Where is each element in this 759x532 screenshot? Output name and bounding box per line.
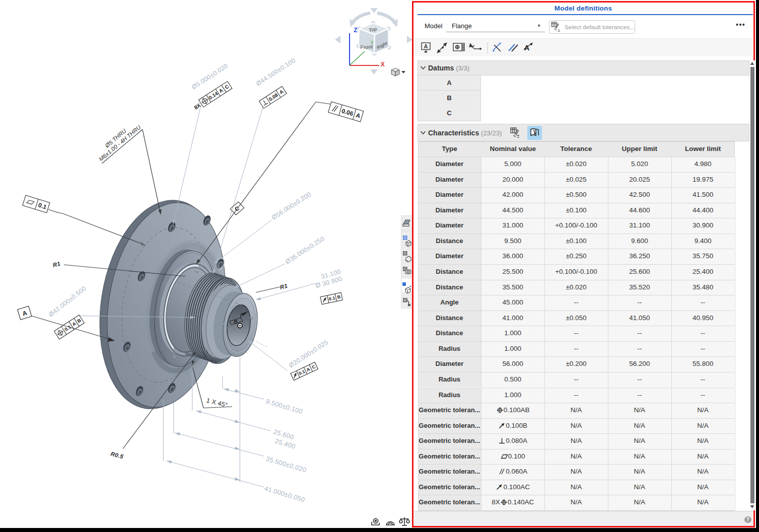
svg-text:8X: 8X xyxy=(193,102,201,111)
svg-text:Ø36.000±0.250: Ø36.000±0.250 xyxy=(284,235,326,266)
svg-text:Ø56.000±0.200: Ø56.000±0.200 xyxy=(270,191,312,221)
svg-text:41.000±0.050: 41.000±0.050 xyxy=(263,484,306,503)
svg-text:Ø44.500±0.100: Ø44.500±0.100 xyxy=(255,57,297,88)
svg-text:R0.5: R0.5 xyxy=(110,450,124,460)
svg-text:9.500±0.100: 9.500±0.100 xyxy=(265,397,304,415)
svg-text:X: X xyxy=(381,61,385,68)
svg-text:R1: R1 xyxy=(279,282,288,290)
svg-text:35.500±0.020: 35.500±0.020 xyxy=(265,454,307,474)
svg-text:Ø42.000±0.500: Ø42.000±0.500 xyxy=(47,285,88,318)
svg-text:Y: Y xyxy=(371,40,374,46)
svg-text:R1: R1 xyxy=(52,260,61,268)
svg-text:Z: Z xyxy=(354,27,358,34)
svg-text:Ø20.000±0.025: Ø20.000±0.025 xyxy=(288,339,329,369)
